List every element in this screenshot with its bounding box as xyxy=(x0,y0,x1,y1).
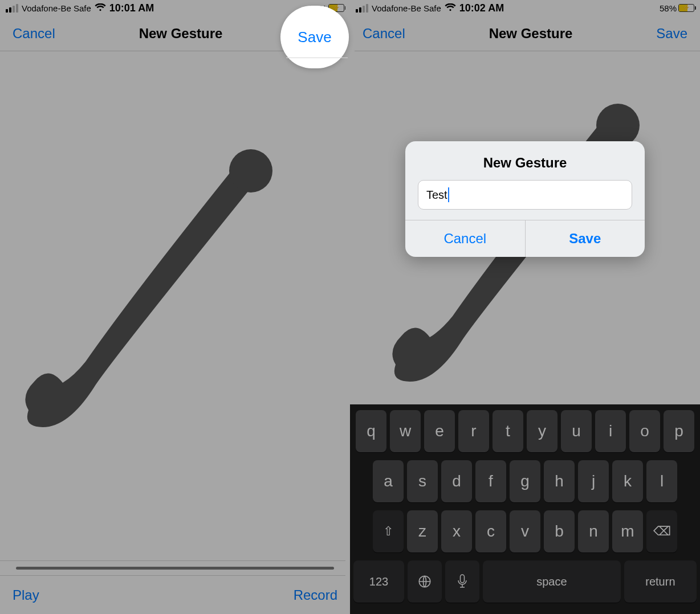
phone-left: Vodafone-Be Safe 10:01 AM 57% ⚡ Cancel N… xyxy=(0,0,350,614)
timeline-scrubber[interactable] xyxy=(0,560,350,575)
svg-rect-3 xyxy=(461,575,465,583)
globe-key[interactable] xyxy=(408,560,442,603)
key-k[interactable]: k xyxy=(612,460,643,502)
key-c[interactable]: c xyxy=(475,510,506,552)
phone-right: Vodafone-Be Safe 10:02 AM 58% ⚡ Cancel N… xyxy=(350,0,700,614)
nav-bar: Cancel New Gesture Save xyxy=(350,16,700,51)
key-h[interactable]: h xyxy=(544,460,575,502)
alert-cancel-button[interactable]: Cancel xyxy=(405,220,525,257)
shift-key[interactable]: ⇧ xyxy=(373,510,404,552)
bottom-toolbar: Play Record xyxy=(0,575,350,614)
key-w[interactable]: w xyxy=(390,410,421,452)
key-o[interactable]: o xyxy=(629,410,660,452)
signal-icon xyxy=(6,4,18,13)
key-g[interactable]: g xyxy=(510,460,540,502)
key-d[interactable]: d xyxy=(441,460,472,502)
key-f[interactable]: f xyxy=(475,460,506,502)
record-button[interactable]: Record xyxy=(294,587,337,603)
key-m[interactable]: m xyxy=(612,510,643,552)
svg-point-0 xyxy=(229,149,272,193)
key-q[interactable]: q xyxy=(356,410,386,452)
alert-save-button[interactable]: Save xyxy=(525,220,645,257)
key-s[interactable]: s xyxy=(407,460,438,502)
gesture-canvas[interactable] xyxy=(0,51,350,560)
gesture-stroke xyxy=(0,137,314,456)
key-x[interactable]: x xyxy=(441,510,472,552)
key-l[interactable]: l xyxy=(646,460,677,502)
numbers-key[interactable]: 123 xyxy=(353,560,404,603)
battery-icon: ⚡ xyxy=(678,4,694,12)
space-key[interactable]: space xyxy=(483,560,621,603)
microphone-icon xyxy=(457,574,468,589)
key-n[interactable]: n xyxy=(578,510,609,552)
key-r[interactable]: r xyxy=(458,410,489,452)
dictation-key[interactable] xyxy=(445,560,479,603)
key-z[interactable]: z xyxy=(407,510,438,552)
carrier-label: Vodafone-Be Safe xyxy=(22,3,91,13)
key-y[interactable]: y xyxy=(527,410,557,452)
key-i[interactable]: i xyxy=(595,410,626,452)
svg-point-1 xyxy=(596,104,640,147)
key-e[interactable]: e xyxy=(424,410,455,452)
key-p[interactable]: p xyxy=(664,410,694,452)
key-v[interactable]: v xyxy=(510,510,540,552)
text-cursor xyxy=(448,187,449,202)
page-title: New Gesture xyxy=(489,26,573,42)
play-button[interactable]: Play xyxy=(13,587,39,603)
cancel-button[interactable]: Cancel xyxy=(13,26,55,42)
key-b[interactable]: b xyxy=(544,510,575,552)
cancel-button[interactable]: Cancel xyxy=(363,26,405,42)
key-j[interactable]: j xyxy=(578,460,609,502)
carrier-label: Vodafone-Be Safe xyxy=(372,3,441,13)
backspace-key[interactable]: ⌫ xyxy=(646,510,677,552)
key-a[interactable]: a xyxy=(373,460,404,502)
time-label: 10:01 AM xyxy=(109,2,154,14)
wifi-icon xyxy=(445,2,456,14)
keyboard: qwertyuiop asdfghjkl ⇧ zxcvbnm ⌫ 123 spa… xyxy=(350,404,700,614)
key-t[interactable]: t xyxy=(493,410,523,452)
alert-title: New Gesture xyxy=(405,141,645,180)
page-title: New Gesture xyxy=(139,26,223,42)
time-label: 10:02 AM xyxy=(459,2,504,14)
save-button-highlighted[interactable]: Save xyxy=(298,28,331,46)
wifi-icon xyxy=(95,2,106,14)
name-gesture-alert: New Gesture Test Cancel Save xyxy=(405,141,645,257)
save-highlight-circle: Save xyxy=(280,6,349,68)
save-button[interactable]: Save xyxy=(656,26,687,42)
return-key[interactable]: return xyxy=(624,560,697,603)
status-bar: Vodafone-Be Safe 10:02 AM 58% ⚡ xyxy=(350,0,700,16)
input-value: Test xyxy=(426,189,447,202)
gesture-name-input[interactable]: Test xyxy=(418,180,632,210)
key-u[interactable]: u xyxy=(561,410,592,452)
globe-icon xyxy=(417,574,432,589)
signal-icon xyxy=(356,4,368,13)
battery-percent: 58% xyxy=(660,3,677,13)
